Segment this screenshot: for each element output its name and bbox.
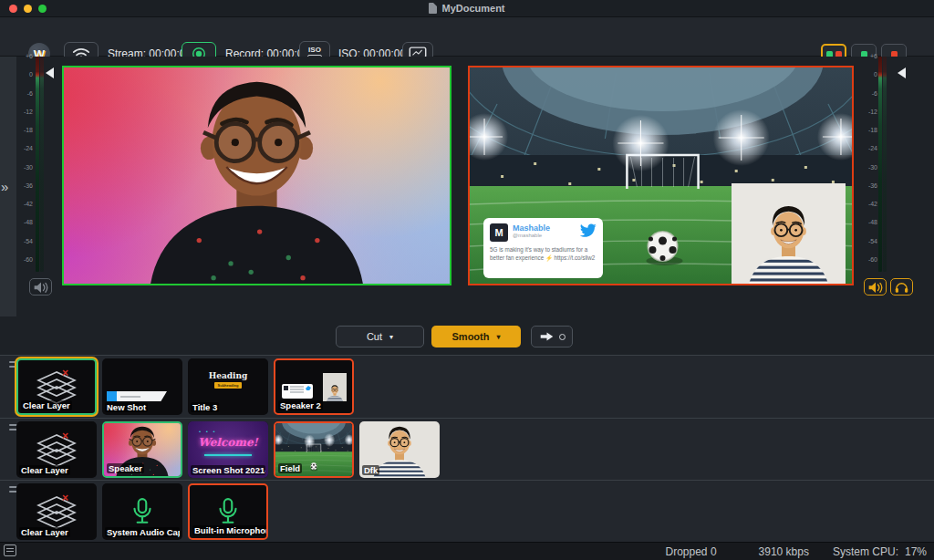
shot-clear-layer-3[interactable]: × Clear Layer xyxy=(16,483,97,540)
shot-dfk[interactable]: Dfk xyxy=(359,421,440,478)
minimize-button[interactable] xyxy=(24,5,32,13)
close-button[interactable] xyxy=(9,5,17,13)
shot-list-view-button[interactable] xyxy=(4,544,16,556)
expand-panel-chevron[interactable]: » xyxy=(1,179,8,194)
svg-text:×: × xyxy=(62,492,68,504)
meter-tick: -24 xyxy=(868,145,877,151)
zoom-button[interactable] xyxy=(38,5,47,13)
layer-1-row: × Clear Layer New Shot Heading Subheadin… xyxy=(0,355,934,417)
title-thumb: Heading Subheading xyxy=(188,371,268,389)
transition-smooth-button[interactable]: Smooth ▾ xyxy=(431,326,521,347)
shot-label: Clear Layer xyxy=(19,465,70,475)
shot-system-audio[interactable]: System Audio Captu xyxy=(102,483,182,540)
preview-audio-mute-button[interactable] xyxy=(29,278,52,296)
shot-builtin-microphone[interactable]: Built-in Microphone xyxy=(188,483,268,540)
twitter-bird-icon xyxy=(579,223,597,238)
shot-label: New Shot xyxy=(105,402,148,412)
go-arrow-icon xyxy=(539,331,555,342)
window-title-group: MyDocument xyxy=(429,3,504,14)
meter-tick: -18 xyxy=(868,127,877,133)
transition-speed-indicator xyxy=(559,334,566,340)
meter-tick: -36 xyxy=(868,182,877,189)
shot-new-shot[interactable]: New Shot xyxy=(102,358,182,415)
neon-dots: • • • xyxy=(199,429,217,434)
transition-cut-button[interactable]: Cut ▾ xyxy=(336,326,424,347)
picture-in-picture xyxy=(732,183,846,284)
monitor-headphones-button[interactable] xyxy=(890,278,913,296)
tweet-author: Mashable xyxy=(513,223,579,233)
shot-speaker-2[interactable]: Speaker 2 xyxy=(274,358,354,415)
shot-label: Speaker 2 xyxy=(278,400,323,410)
headphones-icon xyxy=(894,281,909,294)
shot-label: Built-in Microphone xyxy=(192,525,267,535)
live-program-window[interactable]: M Mashable @mashable 5G is making it's w… xyxy=(468,66,854,285)
iso-icon-text: ISO xyxy=(308,47,321,54)
microphone-icon xyxy=(216,497,240,526)
meter-tick: -42 xyxy=(868,201,877,207)
vu-meter-right xyxy=(878,57,882,272)
titlebar: MyDocument xyxy=(0,0,934,17)
meter-tick: -6 xyxy=(27,90,33,97)
shot-title-3[interactable]: Heading Subheading Title 3 xyxy=(188,358,268,415)
shot-label: Speaker xyxy=(107,463,144,473)
status-bar: Dropped 0 3910 kbps System CPU: 17% xyxy=(0,542,934,560)
title-subheading: Subheading xyxy=(214,382,243,389)
speaker-person xyxy=(64,67,450,284)
tweet-handle: @mashable xyxy=(513,233,579,239)
dropped-frames: Dropped 0 xyxy=(666,545,717,558)
chevron-down-icon: ▾ xyxy=(496,333,500,341)
meter-tick: -54 xyxy=(24,238,33,244)
meter-tick: +6 xyxy=(870,53,877,59)
toolbar: W Stream: 00:00:00 Record: 00:00:05 ISO … xyxy=(0,17,934,57)
meter-tick: -12 xyxy=(24,109,33,115)
meter-tick: -30 xyxy=(24,164,33,171)
vu-meter-right-2 xyxy=(883,57,887,272)
shot-clear-layer-1[interactable]: × Clear Layer xyxy=(16,358,97,415)
shot-layers: × Clear Layer New Shot Heading Subheadin… xyxy=(0,355,934,542)
speaker-icon xyxy=(867,280,884,294)
shot-label: Clear Layer xyxy=(21,400,72,410)
meter-tick: +6 xyxy=(26,53,33,59)
vu-meter-left-2 xyxy=(40,57,44,272)
meter-tick: -6 xyxy=(872,90,877,97)
meter-tick: -18 xyxy=(24,127,33,133)
preview-window[interactable] xyxy=(62,66,451,285)
layer-3-row: × Clear Layer System Audio Captu Built-i xyxy=(0,480,934,542)
svg-text:×: × xyxy=(62,367,68,379)
window-title: MyDocument xyxy=(441,3,504,14)
meter-pointer-right[interactable] xyxy=(898,67,906,78)
vu-meter-left xyxy=(36,57,39,272)
meter-tick: -42 xyxy=(24,201,33,207)
shot-speaker[interactable]: Speaker xyxy=(102,421,182,478)
microphone-icon xyxy=(130,497,154,526)
shot-label: System Audio Captu xyxy=(105,527,180,537)
shot-label: Dfk xyxy=(362,465,379,475)
shot-label: Screen Shot 2021-1 xyxy=(191,465,265,475)
meter-tick: -36 xyxy=(24,182,33,189)
shot-screen-shot[interactable]: • • • Welcome! Screen Shot 2021-1 xyxy=(188,421,268,478)
chevron-down-icon: ▾ xyxy=(389,333,393,341)
mini-tweet-thumb xyxy=(282,384,313,399)
live-audio-output-button[interactable] xyxy=(864,278,887,296)
tweet-overlay: M Mashable @mashable 5G is making it's w… xyxy=(483,218,603,278)
meter-tick: -48 xyxy=(24,219,33,225)
meter-tick: -54 xyxy=(868,238,877,244)
meter-tick: -30 xyxy=(868,164,877,171)
shot-label: Field xyxy=(278,463,302,473)
bitrate: 3910 kbps xyxy=(759,545,809,558)
tweet-text: 5G is making it's way to stadiums for a … xyxy=(490,245,597,262)
mini-photo-thumb xyxy=(323,373,347,401)
meter-tick: -60 xyxy=(24,256,33,263)
tweet-avatar: M xyxy=(490,223,508,242)
meter-tick: -48 xyxy=(868,219,877,225)
shot-label: Title 3 xyxy=(191,402,219,412)
shot-field[interactable]: Field xyxy=(274,421,354,478)
go-transition-button[interactable] xyxy=(531,326,573,347)
shot-clear-layer-2[interactable]: × Clear Layer xyxy=(16,421,97,478)
meter-pointer-left[interactable] xyxy=(46,67,54,78)
welcome-text: Welcome! xyxy=(188,436,268,449)
meter-tick: -24 xyxy=(24,145,33,151)
document-icon xyxy=(429,3,437,14)
cpu-value: 17% xyxy=(905,545,927,558)
layer-2-row: × Clear Layer Speaker • • • Welcome! Scr… xyxy=(0,418,934,480)
